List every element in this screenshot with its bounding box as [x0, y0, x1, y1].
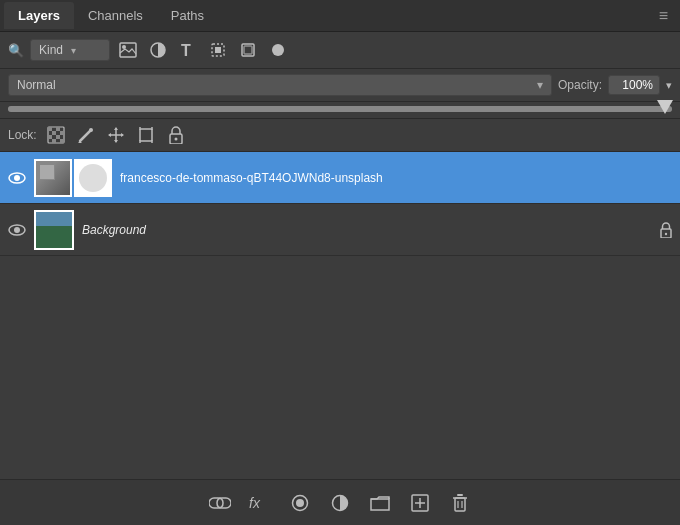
- group-layers-button[interactable]: [368, 491, 392, 515]
- svg-rect-11: [56, 127, 60, 131]
- lock-row: Lock:: [0, 119, 680, 152]
- svg-point-42: [296, 499, 304, 507]
- lock-label: Lock:: [8, 128, 37, 142]
- lock-all-button[interactable]: [165, 124, 187, 146]
- layer-visibility-toggle[interactable]: [8, 224, 26, 236]
- svg-rect-27: [140, 129, 152, 141]
- layer-name: francesco-de-tommaso-qBT44OJWNd8-unsplas…: [120, 171, 672, 185]
- svg-point-35: [14, 175, 20, 181]
- empty-layers-area: [0, 316, 680, 480]
- blend-mode-arrow-icon: ▾: [537, 78, 543, 92]
- svg-rect-7: [244, 46, 252, 54]
- svg-marker-24: [114, 140, 118, 143]
- opacity-input[interactable]: 100%: [608, 75, 660, 95]
- blend-mode-label: Normal: [17, 78, 56, 92]
- layer-thumbnails: [34, 159, 112, 197]
- svg-point-8: [272, 44, 284, 56]
- opacity-label: Opacity:: [558, 78, 602, 92]
- svg-text:fx: fx: [249, 495, 261, 511]
- svg-line-18: [80, 130, 91, 141]
- kind-label: Kind: [39, 43, 63, 57]
- svg-rect-17: [60, 139, 64, 143]
- filter-shape-icon[interactable]: [206, 38, 230, 62]
- svg-point-1: [122, 45, 126, 49]
- delete-layer-button[interactable]: [448, 491, 472, 515]
- svg-rect-14: [48, 135, 52, 139]
- layers-panel: Layers Channels Paths ≡ 🔍 Kind ▾: [0, 0, 680, 525]
- tab-layers[interactable]: Layers: [4, 2, 74, 29]
- svg-rect-12: [52, 131, 56, 135]
- layers-list: francesco-de-tommaso-qBT44OJWNd8-unsplas…: [0, 152, 680, 316]
- svg-rect-47: [455, 498, 465, 511]
- svg-rect-10: [48, 127, 52, 131]
- layer-image-thumbnail: [34, 159, 72, 197]
- svg-rect-13: [60, 131, 64, 135]
- layer-mask-thumbnail: [74, 159, 112, 197]
- svg-point-33: [174, 138, 177, 141]
- slider-thumb[interactable]: [657, 100, 673, 114]
- layer-name: Background: [82, 223, 652, 237]
- layer-image-thumbnail: [34, 210, 74, 250]
- blend-opacity-row: Normal ▾ Opacity: 100% ▾: [0, 69, 680, 102]
- kind-dropdown[interactable]: Kind ▾: [30, 39, 110, 61]
- add-mask-button[interactable]: [288, 491, 312, 515]
- filter-adjustment-icon[interactable]: [146, 38, 170, 62]
- svg-rect-5: [215, 47, 221, 53]
- layer-visibility-toggle[interactable]: [8, 172, 26, 184]
- link-layers-button[interactable]: [208, 491, 232, 515]
- svg-marker-26: [121, 133, 124, 137]
- tab-bar: Layers Channels Paths ≡: [0, 0, 680, 32]
- panel-menu-icon[interactable]: ≡: [651, 3, 676, 29]
- lock-pixel-button[interactable]: [75, 124, 97, 146]
- lock-transparent-button[interactable]: [45, 124, 67, 146]
- add-style-button[interactable]: fx: [248, 491, 272, 515]
- filter-smart-icon[interactable]: [236, 38, 260, 62]
- opacity-slider[interactable]: [8, 106, 672, 112]
- opacity-slider-area: [0, 102, 680, 119]
- lock-move-button[interactable]: [105, 124, 127, 146]
- tab-paths[interactable]: Paths: [157, 2, 218, 29]
- bottom-toolbar: fx: [0, 479, 680, 525]
- svg-marker-25: [108, 133, 111, 137]
- new-layer-button[interactable]: [408, 491, 432, 515]
- svg-text:T: T: [181, 42, 191, 58]
- layer-row[interactable]: francesco-de-tommaso-qBT44OJWNd8-unsplas…: [0, 152, 680, 204]
- filter-fill-icon[interactable]: [266, 38, 290, 62]
- filter-row: 🔍 Kind ▾ T: [0, 32, 680, 69]
- svg-rect-0: [120, 43, 136, 57]
- add-adjustment-button[interactable]: [328, 491, 352, 515]
- slider-fill: [8, 106, 672, 112]
- filter-image-icon[interactable]: [116, 38, 140, 62]
- blend-mode-dropdown[interactable]: Normal ▾: [8, 74, 552, 96]
- tab-channels[interactable]: Channels: [74, 2, 157, 29]
- svg-point-19: [89, 128, 93, 132]
- svg-marker-23: [114, 127, 118, 130]
- search-icon: 🔍: [8, 43, 24, 58]
- svg-rect-15: [56, 135, 60, 139]
- layer-lock-icon: [660, 222, 672, 238]
- kind-arrow-icon: ▾: [71, 45, 76, 56]
- svg-point-39: [665, 232, 667, 234]
- layer-row[interactable]: Background: [0, 204, 680, 256]
- lock-artboard-button[interactable]: [135, 124, 157, 146]
- filter-type-icon[interactable]: T: [176, 38, 200, 62]
- svg-rect-16: [52, 139, 56, 143]
- opacity-arrow-icon[interactable]: ▾: [666, 79, 672, 92]
- svg-point-37: [14, 227, 20, 233]
